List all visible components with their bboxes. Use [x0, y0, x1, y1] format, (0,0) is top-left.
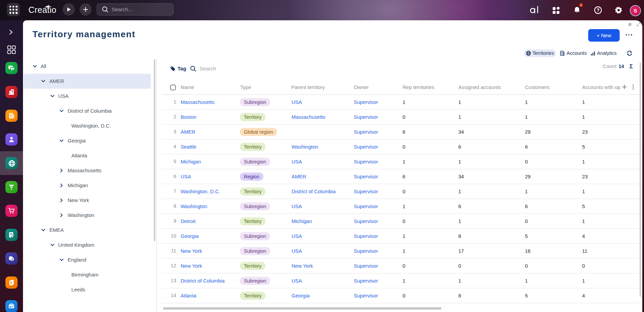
svg-text:?: ?: [596, 7, 599, 13]
